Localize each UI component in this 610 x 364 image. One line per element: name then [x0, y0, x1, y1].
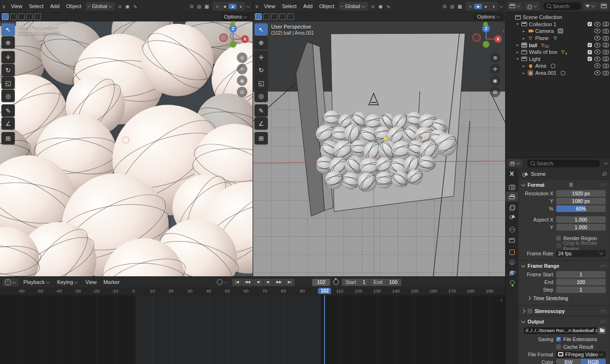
eye-visibility-toggle[interactable]	[594, 57, 600, 61]
shading-wireframe-icon[interactable]: ○	[467, 4, 474, 9]
menu-add[interactable]: Add	[47, 3, 63, 9]
playhead-line[interactable]	[324, 295, 325, 364]
frame-start-field[interactable]: 1	[556, 271, 606, 278]
outliner-search[interactable]: Search	[543, 2, 581, 10]
render-visibility-toggle[interactable]	[603, 71, 609, 75]
toggle-ortho-icon[interactable]: ⊞	[237, 87, 247, 97]
basketball[interactable]	[376, 172, 393, 189]
expand-arrow-icon[interactable]: ▸	[521, 29, 527, 33]
render-visibility-toggle[interactable]	[603, 50, 609, 54]
scale-tool[interactable]: ◱	[1, 77, 15, 89]
scale-tool[interactable]: ◱	[254, 77, 268, 89]
options-button[interactable]: Options	[221, 13, 251, 20]
menu-object[interactable]: Object	[316, 3, 338, 9]
select-mode-1[interactable]	[10, 13, 17, 20]
options-button[interactable]: Options	[474, 13, 504, 20]
properties-tab-view-layer[interactable]	[506, 202, 518, 212]
render-visibility-toggle[interactable]	[603, 43, 609, 47]
resolution-x-field[interactable]: 1920 px	[556, 190, 606, 197]
new-collection-button[interactable]	[599, 2, 609, 10]
output-path-field[interactable]: //../../../Screen Rec...A Basketball 2.p…	[524, 327, 597, 334]
checkbox-toggle[interactable]: ✓	[588, 50, 592, 54]
basketball[interactable]	[342, 172, 359, 190]
end-field[interactable]: 100	[556, 279, 606, 285]
viewport-left-canvas[interactable]: User Perspective (102) ball | Area.001 ↖…	[0, 21, 253, 276]
playhead-frame-badge[interactable]: 102	[318, 288, 331, 294]
jump-to-end-button[interactable]: ▶|	[285, 279, 295, 286]
shading-wireframe-icon[interactable]: ○	[214, 4, 221, 9]
proportional-editing-icon[interactable]: ◉	[124, 4, 132, 9]
output-panel-header[interactable]: Output∷∷	[519, 317, 610, 326]
expand-arrow-icon[interactable]: ▸	[515, 43, 520, 47]
properties-tab-object[interactable]	[506, 247, 518, 257]
basketball[interactable]	[418, 156, 435, 172]
frame-range-panel-header[interactable]: Frame Range∷∷	[519, 261, 610, 270]
render-region-checkbox[interactable]	[556, 236, 561, 241]
shading-options-chevron-icon[interactable]	[499, 4, 503, 8]
shading-material-preview-icon[interactable]: ◕	[229, 4, 236, 9]
show-overlays-icon[interactable]: ◎	[195, 4, 203, 9]
y-field[interactable]: 1.000	[556, 224, 606, 231]
menu-select[interactable]: Select	[279, 3, 300, 9]
move-tool[interactable]: ✛	[1, 51, 15, 63]
render-visibility-toggle[interactable]	[603, 22, 609, 26]
eye-visibility-toggle[interactable]	[594, 63, 600, 68]
basketball[interactable]	[407, 170, 423, 185]
display-mode-button[interactable]	[524, 2, 540, 10]
outliner-row-camera[interactable]: ▸Camera	[506, 28, 610, 35]
annotate-tool[interactable]: ✎	[254, 104, 268, 117]
shading-solid-icon[interactable]: ●	[221, 4, 229, 9]
gizmo-neg-x-axis[interactable]	[219, 33, 228, 42]
frame-end-field[interactable]: End 100	[370, 279, 401, 286]
filter-sliders-icon[interactable]: ☰	[569, 182, 573, 187]
timeline-menu-marker[interactable]: Marker	[100, 279, 123, 285]
viewport-right-canvas[interactable]: User Perspective (102) ball | Area.001 ↖…	[253, 21, 506, 276]
gizmo-x-axis[interactable]: X	[494, 35, 502, 43]
gizmo-y-axis[interactable]	[230, 41, 236, 48]
pan-hand-icon[interactable]: ✛	[490, 64, 500, 74]
show-overlays-icon[interactable]: ◎	[448, 4, 456, 9]
add-cube-tool[interactable]: ⊞	[1, 132, 15, 144]
cursor-tool[interactable]: ⊕	[1, 36, 15, 49]
eye-visibility-toggle[interactable]	[594, 43, 600, 48]
expand-arrow-icon[interactable]: ▸	[515, 50, 520, 54]
transform-tool[interactable]: ◎	[1, 90, 15, 102]
editor-type-button[interactable]	[3, 278, 19, 286]
add-cube-tool[interactable]: ⊞	[254, 132, 268, 144]
checkbox-toggle[interactable]: ✓	[588, 22, 592, 26]
measure-tool[interactable]: ∠	[1, 117, 15, 130]
snapping-magnet-icon[interactable]: ∪	[116, 4, 124, 9]
file-extensions-checkbox[interactable]: ✓	[556, 337, 561, 342]
filter-button[interactable]	[583, 2, 598, 10]
gizmo-neg-x-axis[interactable]	[472, 33, 481, 42]
cache-result-checkbox[interactable]	[556, 344, 561, 349]
editor-type-button[interactable]	[508, 159, 523, 167]
color-option-bw[interactable]: BW	[556, 359, 581, 364]
menu-select[interactable]: Select	[26, 3, 47, 9]
outliner-row-plane[interactable]: ▸▽Plane▽	[506, 35, 610, 42]
eye-visibility-toggle[interactable]	[594, 71, 600, 75]
timeline-menu-keying[interactable]: Keying	[54, 279, 82, 285]
navigation-gizmo[interactable]: ZX	[468, 22, 504, 51]
frame-start-field[interactable]: Start 1	[342, 279, 369, 286]
basketball[interactable]	[358, 172, 377, 192]
properties-tab-scene[interactable]	[506, 212, 518, 222]
snapping-magnet-icon[interactable]: ∪	[369, 4, 377, 9]
transform-orientation-selector[interactable]: ⌐Global	[339, 2, 368, 10]
outliner-row-light[interactable]: ▾Light✓	[506, 56, 610, 63]
outliner-row-area[interactable]: ▸Area	[506, 62, 610, 70]
properties-tab-collection[interactable]	[506, 234, 518, 244]
toggle-xray-icon[interactable]: ▦	[203, 4, 211, 9]
keying-chevron-icon[interactable]	[224, 280, 228, 283]
rotate-tool[interactable]: ↻	[1, 64, 15, 76]
region-collapse-arrow[interactable]: ‹	[503, 28, 505, 34]
gizmo-neg-y-axis[interactable]	[230, 22, 235, 27]
region-collapse-arrow[interactable]: ‹	[500, 297, 502, 303]
expand-arrow-icon[interactable]: ▸	[521, 64, 527, 68]
select-mode-2[interactable]	[271, 13, 278, 20]
basketball[interactable]	[325, 171, 343, 189]
menu-view[interactable]: View	[261, 3, 279, 9]
render-visibility-toggle[interactable]	[603, 36, 609, 40]
eye-visibility-toggle[interactable]	[594, 36, 600, 40]
shading-rendered-icon[interactable]: ◑	[489, 4, 497, 9]
